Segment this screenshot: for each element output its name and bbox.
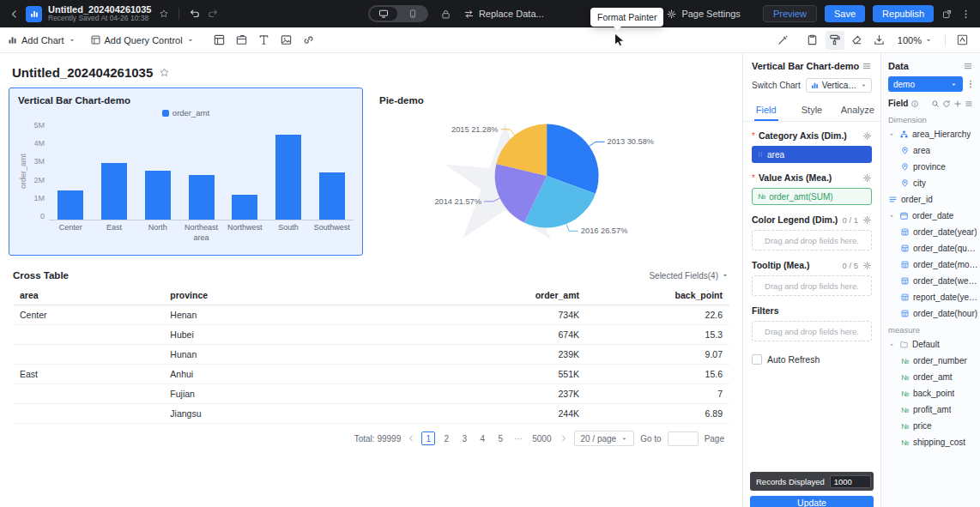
goto-page-input[interactable] [668, 432, 699, 446]
add-chart-button[interactable]: Add Chart [7, 34, 76, 45]
settings-gear-icon[interactable] [862, 261, 872, 270]
bar[interactable] [319, 172, 345, 220]
bar[interactable] [232, 195, 257, 220]
share-icon[interactable] [941, 9, 953, 20]
add-field-icon[interactable] [953, 100, 962, 108]
bar[interactable] [145, 171, 171, 220]
save-button[interactable]: Save [825, 5, 865, 22]
bar[interactable] [101, 163, 127, 220]
field-item-report-date-year-[interactable]: report_date(year_... [881, 289, 980, 305]
field-menu-icon[interactable] [965, 100, 973, 108]
table-row[interactable]: EastAnhui551K15.6 [13, 365, 729, 384]
preview-button[interactable]: Preview [763, 5, 817, 22]
add-text-icon[interactable] [255, 31, 274, 50]
tab-field[interactable]: Field [743, 100, 789, 121]
field-item-profit_amt[interactable]: №profit_amt [881, 401, 980, 418]
color-legend-dropzone[interactable]: Drag and drop fields here. [752, 230, 872, 250]
switch-chart-select[interactable]: Vertical Ba... [806, 78, 872, 93]
column-header[interactable]: order_amt [400, 286, 586, 305]
drag-grip-icon[interactable] [757, 150, 764, 159]
add-tab-icon[interactable] [233, 31, 251, 50]
prev-page-icon[interactable] [407, 434, 415, 443]
expand-caret-icon[interactable] [888, 131, 896, 138]
add-query-control-button[interactable]: Add Query Control [90, 34, 195, 45]
settings-gear-icon[interactable] [862, 173, 872, 183]
add-image-icon[interactable] [277, 31, 296, 50]
table-row[interactable]: Hubei674K15.3 [13, 325, 729, 345]
column-header[interactable]: area [13, 286, 163, 305]
settings-gear-icon[interactable] [862, 131, 872, 141]
field-item-order-date-week-[interactable]: order_date(week) [881, 273, 980, 289]
page-settings-button[interactable]: Page Settings [666, 9, 741, 20]
more-options-icon[interactable] [960, 9, 971, 20]
field-item-city[interactable]: city [881, 175, 980, 191]
dataset-more-icon[interactable] [965, 79, 976, 89]
expand-caret-icon[interactable] [888, 341, 896, 348]
expand-caret-icon[interactable] [888, 213, 896, 220]
measure-folder-default[interactable]: Default [881, 336, 980, 353]
page-button[interactable]: 1 [421, 432, 435, 445]
settings-gear-icon[interactable] [862, 215, 872, 225]
field-item-back_point[interactable]: №back_point [881, 385, 980, 401]
field-item-order-date-hour-[interactable]: order_date(hour) [881, 305, 980, 322]
legend-label[interactable]: order_amt [172, 108, 209, 118]
field-item-order-date-quarter-[interactable]: order_date(quarter) [881, 240, 980, 257]
page-size-select[interactable]: 20 / page [574, 431, 634, 446]
page-button[interactable]: 3 [457, 432, 471, 445]
device-toggle[interactable] [368, 5, 428, 22]
panel-menu-icon[interactable] [862, 61, 872, 71]
page-button[interactable]: 5 [493, 432, 507, 445]
records-displayed-input[interactable] [830, 475, 871, 488]
desktop-view-icon[interactable] [370, 7, 397, 21]
table-row[interactable]: CenterHenan734K22.6 [13, 305, 729, 325]
page-button[interactable]: 4 [475, 432, 489, 445]
pie-chart-card[interactable]: Pie-demo 2013 30.58%2016 26.57%2014 21.5… [370, 88, 734, 256]
column-header[interactable]: back_point [586, 286, 729, 305]
zoom-select[interactable]: 100% [898, 35, 933, 45]
watermark-icon[interactable] [953, 31, 971, 50]
favorite-star-icon[interactable] [159, 9, 169, 19]
bar[interactable] [57, 190, 83, 220]
bar[interactable] [189, 175, 215, 220]
panel-menu-icon[interactable] [963, 61, 973, 71]
mobile-view-icon[interactable] [399, 7, 426, 21]
undo-icon[interactable] [189, 8, 201, 20]
next-page-icon[interactable] [560, 434, 568, 443]
export-icon[interactable] [870, 31, 889, 50]
update-button[interactable]: Update [750, 496, 874, 507]
field-item-shipping_cost[interactable]: №shipping_cost [881, 434, 980, 450]
tab-style[interactable]: Style [789, 100, 834, 121]
selected-fields-dropdown[interactable]: Selected Fields(4) [649, 271, 729, 281]
lock-icon[interactable] [440, 9, 451, 20]
category-field-pill[interactable]: area [752, 146, 872, 163]
dataset-select[interactable]: demo [888, 76, 963, 92]
clipboard-icon[interactable] [803, 31, 822, 50]
field-item-area-hierarchy[interactable]: area_Hierarchy [881, 126, 980, 142]
field-item-order_amt[interactable]: №order_amt [881, 369, 980, 385]
search-icon[interactable] [931, 100, 940, 108]
value-field-pill[interactable]: № order_amt(SUM) [752, 188, 872, 205]
add-container-icon[interactable] [210, 31, 229, 50]
filters-dropzone[interactable]: Drag and drop fields here. [752, 321, 872, 341]
tooltip-dropzone[interactable]: Drag and drop fields here. [752, 275, 872, 296]
field-item-order-date-year-[interactable]: order_date(year) [881, 224, 980, 240]
table-row[interactable]: Hunan239K9.07 [13, 345, 729, 365]
page-button[interactable]: 2 [439, 432, 453, 445]
field-item-order_number[interactable]: №order_number [881, 353, 980, 369]
theme-brush-icon[interactable] [774, 31, 793, 50]
field-item-order-id[interactable]: order_id [881, 191, 980, 208]
field-item-price[interactable]: №price [881, 418, 980, 434]
replace-data-button[interactable]: Replace Data... [463, 9, 544, 20]
refresh-icon[interactable] [942, 100, 951, 108]
clear-format-icon[interactable] [848, 31, 867, 50]
field-item-order-date[interactable]: order_date [881, 208, 980, 224]
table-row[interactable]: Jiangsu244K6.89 [13, 404, 729, 424]
format-painter-icon[interactable] [826, 31, 844, 50]
cross-table-card[interactable]: Cross Table Selected Fields(4) area prov… [9, 263, 734, 450]
add-link-icon[interactable] [299, 31, 318, 50]
field-item-area[interactable]: area [881, 142, 980, 159]
back-icon[interactable] [9, 9, 20, 20]
field-item-order-date-month-[interactable]: order_date(month) [881, 257, 980, 273]
tab-analyze[interactable]: Analyze [835, 100, 880, 121]
bar[interactable] [275, 135, 301, 220]
